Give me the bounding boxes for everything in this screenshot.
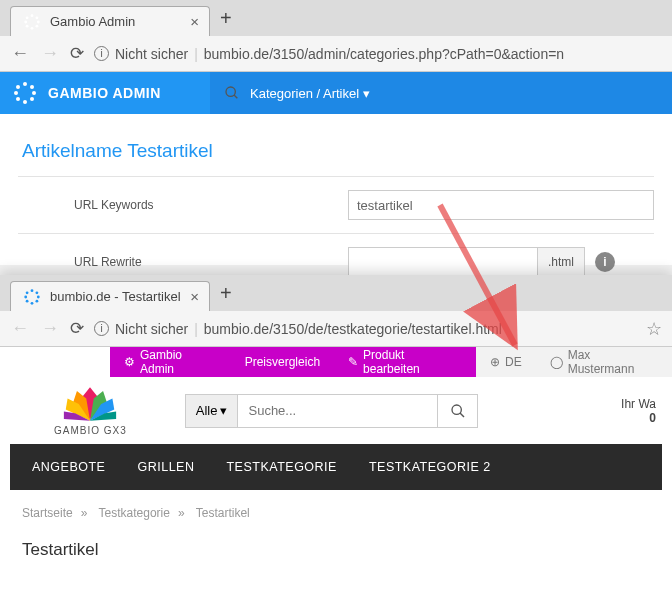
search-input[interactable] — [238, 394, 438, 428]
new-tab-button[interactable]: + — [210, 282, 242, 305]
address-bar[interactable]: i Nicht sicher | bumbio.de/3150/de/testk… — [94, 321, 636, 337]
topbar-language[interactable]: ⊕DE — [476, 347, 536, 377]
not-secure-label: Nicht sicher — [115, 46, 188, 62]
url-rewrite-input[interactable] — [348, 247, 538, 277]
search-icon[interactable] — [224, 85, 240, 101]
search-icon — [450, 403, 466, 419]
browser-tab[interactable]: Gambio Admin × — [10, 6, 210, 36]
svg-line-3 — [460, 413, 464, 417]
info-icon[interactable]: i — [595, 252, 615, 272]
tab-close-icon[interactable]: × — [190, 288, 199, 305]
search-button[interactable] — [438, 394, 478, 428]
crumb-category[interactable]: Testkategorie — [99, 506, 170, 520]
pencil-icon: ✎ — [348, 355, 358, 369]
back-button[interactable]: ← — [10, 43, 30, 64]
globe-icon: ⊕ — [490, 355, 500, 369]
site-info-icon[interactable]: i — [94, 46, 109, 61]
svg-line-1 — [234, 95, 237, 98]
address-bar[interactable]: i Nicht sicher | bumbio.de/3150/admin/ca… — [94, 46, 662, 62]
forward-button: → — [40, 318, 60, 339]
nav-item[interactable]: GRILLEN — [137, 460, 194, 474]
back-button: ← — [10, 318, 30, 339]
shop-logo[interactable]: GAMBIO GX3 — [14, 385, 127, 436]
search-category-select[interactable]: Alle▾ — [185, 394, 239, 428]
tab-close-icon[interactable]: × — [190, 13, 199, 30]
svg-point-2 — [452, 405, 461, 414]
new-tab-button[interactable]: + — [210, 7, 242, 30]
url-suffix: .html — [538, 247, 585, 277]
breadcrumb: Startseite» Testkategorie» Testartikel — [0, 490, 672, 536]
not-secure-label: Nicht sicher — [115, 321, 188, 337]
url-text: bumbio.de/3150/admin/categories.php?cPat… — [204, 46, 564, 62]
forward-button: → — [40, 43, 60, 64]
crumb-home[interactable]: Startseite — [22, 506, 73, 520]
admin-header: GAMBIO ADMIN Kategorien / Artikel ▾ — [0, 72, 672, 114]
tab-title: Gambio Admin — [50, 14, 135, 29]
gear-icon: ⚙ — [124, 355, 135, 369]
tab-title: bumbio.de - Testartikel — [50, 289, 181, 304]
nav-item[interactable]: ANGEBOTE — [32, 460, 105, 474]
url-text: bumbio.de/3150/de/testkategorie/testarti… — [204, 321, 502, 337]
admin-breadcrumb[interactable]: Kategorien / Artikel ▾ — [250, 86, 370, 101]
nav-item[interactable]: TESTKATEGORIE 2 — [369, 460, 491, 474]
site-info-icon[interactable]: i — [94, 321, 109, 336]
reload-button[interactable]: ⟳ — [70, 318, 84, 339]
lotus-icon — [62, 385, 118, 423]
user-icon: ◯ — [550, 355, 563, 369]
topbar-compare-link[interactable]: Preisvergleich — [231, 347, 334, 377]
gambio-logo-icon — [14, 82, 36, 104]
topbar-admin-link[interactable]: ⚙Gambio Admin — [110, 347, 231, 377]
reload-button[interactable]: ⟳ — [70, 43, 84, 64]
crumb-product: Testartikel — [196, 506, 250, 520]
svg-point-0 — [226, 87, 235, 96]
bookmark-icon[interactable]: ☆ — [646, 318, 662, 340]
url-rewrite-label: URL Rewrite — [18, 255, 348, 269]
admin-brand: GAMBIO ADMIN — [48, 85, 161, 101]
shop-topbar: ⚙Gambio Admin Preisvergleich ✎Produkt be… — [0, 347, 672, 377]
page-title: Artikelname Testartikel — [22, 140, 654, 162]
topbar-edit-link[interactable]: ✎Produkt bearbeiten — [334, 347, 476, 377]
url-keywords-input[interactable] — [348, 190, 654, 220]
browser-tab[interactable]: bumbio.de - Testartikel × — [10, 281, 210, 311]
product-title: Testartikel — [0, 536, 672, 564]
nav-item[interactable]: TESTKATEGORIE — [226, 460, 336, 474]
cart-widget[interactable]: Ihr Wa 0 — [621, 397, 658, 425]
favicon-spinner-icon — [24, 289, 39, 304]
logo-text: GAMBIO GX3 — [54, 425, 127, 436]
topbar-user[interactable]: ◯Max Mustermann — [536, 347, 672, 377]
favicon-spinner-icon — [24, 14, 39, 29]
url-keywords-label: URL Keywords — [18, 198, 348, 212]
caret-down-icon: ▾ — [220, 403, 227, 418]
main-nav: ANGEBOTE GRILLEN TESTKATEGORIE TESTKATEG… — [10, 444, 662, 490]
